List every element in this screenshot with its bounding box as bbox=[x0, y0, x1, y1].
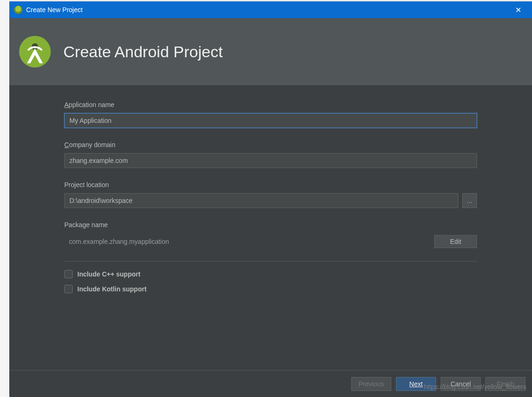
company-domain-input[interactable] bbox=[64, 153, 477, 168]
next-button[interactable]: Next bbox=[396, 377, 436, 391]
page-title: Create Android Project bbox=[63, 43, 223, 61]
edit-package-button[interactable]: Edit bbox=[434, 235, 477, 248]
project-location-label: Project location bbox=[64, 181, 477, 188]
package-name-value: com.example.zhang.myapplication bbox=[64, 238, 169, 245]
dialog-window: Create New Project ✕ Create Android Proj… bbox=[9, 1, 532, 397]
include-kotlin-label: Include Kotlin support bbox=[77, 285, 147, 293]
android-studio-icon bbox=[14, 6, 22, 14]
checkbox-icon bbox=[64, 285, 73, 293]
background-partial bbox=[0, 0, 9, 397]
checkbox-icon bbox=[64, 270, 73, 278]
dialog-header: Create Android Project bbox=[9, 18, 532, 85]
include-kotlin-checkbox[interactable]: Include Kotlin support bbox=[64, 285, 477, 293]
cancel-button[interactable]: Cancel bbox=[441, 377, 481, 391]
application-name-input[interactable] bbox=[64, 113, 477, 128]
include-cpp-checkbox[interactable]: Include C++ support bbox=[64, 270, 477, 278]
close-button[interactable]: ✕ bbox=[509, 6, 527, 14]
previous-button[interactable]: Previous bbox=[351, 377, 391, 391]
company-domain-label: Company domain bbox=[64, 141, 477, 148]
form-content: Application name Company domain Project … bbox=[9, 85, 532, 370]
field-package-name: Package name com.example.zhang.myapplica… bbox=[64, 221, 477, 248]
android-studio-logo-icon bbox=[18, 34, 52, 69]
application-name-label: Application name bbox=[64, 101, 477, 108]
finish-button[interactable]: Finish bbox=[485, 377, 525, 391]
browse-button[interactable]: ... bbox=[462, 193, 477, 208]
field-project-location: Project location ... bbox=[64, 181, 477, 208]
field-company-domain: Company domain bbox=[64, 141, 477, 168]
project-location-input[interactable] bbox=[64, 193, 458, 208]
dialog-footer: Previous Next Cancel Finish bbox=[9, 370, 532, 397]
titlebar[interactable]: Create New Project ✕ bbox=[9, 1, 532, 18]
separator bbox=[64, 261, 477, 262]
package-name-label: Package name bbox=[64, 221, 477, 229]
field-application-name: Application name bbox=[64, 101, 477, 128]
include-cpp-label: Include C++ support bbox=[77, 270, 140, 278]
window-title: Create New Project bbox=[26, 6, 82, 13]
